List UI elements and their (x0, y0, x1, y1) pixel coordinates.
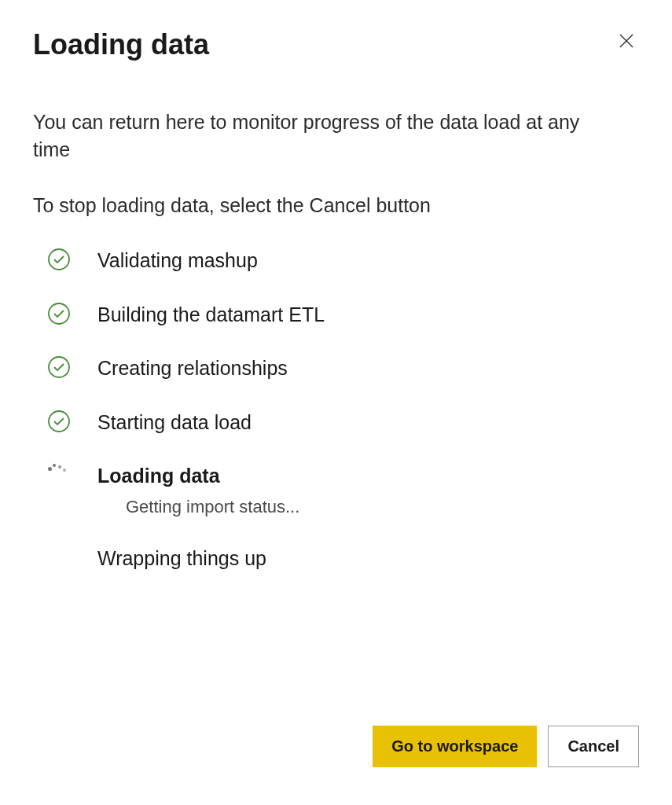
svg-point-3 (49, 303, 69, 324)
go-to-workspace-button[interactable]: Go to workspace (373, 726, 537, 767)
checkmark-icon (47, 410, 71, 433)
dialog-title: Loading data (33, 28, 209, 61)
cancel-button[interactable]: Cancel (548, 726, 639, 767)
step-label: Wrapping things up (97, 546, 266, 572)
svg-point-4 (49, 357, 69, 377)
step-wrapping-up: Wrapping things up (47, 546, 639, 572)
dialog-footer: Go to workspace Cancel (373, 726, 639, 767)
step-creating-relationships: Creating relationships (47, 355, 639, 381)
dialog-header: Loading data (33, 28, 639, 61)
dialog-description-2: To stop loading data, select the Cancel … (33, 192, 639, 219)
step-loading-data: Loading data Getting import status... (47, 463, 639, 517)
dialog-description-1: You can return here to monitor progress … (33, 108, 583, 164)
step-label: Creating relationships (97, 355, 288, 381)
pending-icon (47, 546, 71, 569)
svg-point-5 (49, 411, 69, 432)
step-validating-mashup: Validating mashup (47, 248, 639, 274)
step-label: Building the datamart ETL (97, 302, 325, 328)
checkmark-icon (47, 248, 71, 271)
close-icon (617, 31, 636, 50)
checkmark-icon (47, 302, 71, 325)
checkmark-icon (47, 355, 71, 379)
spinner-icon (47, 463, 71, 487)
step-sublabel: Getting import status... (126, 497, 299, 517)
step-label: Starting data load (97, 410, 252, 436)
step-label: Loading data (97, 463, 299, 489)
close-button[interactable] (614, 28, 639, 56)
step-label: Validating mashup (97, 248, 258, 274)
step-building-etl: Building the datamart ETL (47, 302, 639, 328)
progress-steps: Validating mashup Building the datamart … (33, 248, 639, 571)
step-starting-data-load: Starting data load (47, 410, 639, 436)
svg-point-2 (49, 249, 69, 270)
